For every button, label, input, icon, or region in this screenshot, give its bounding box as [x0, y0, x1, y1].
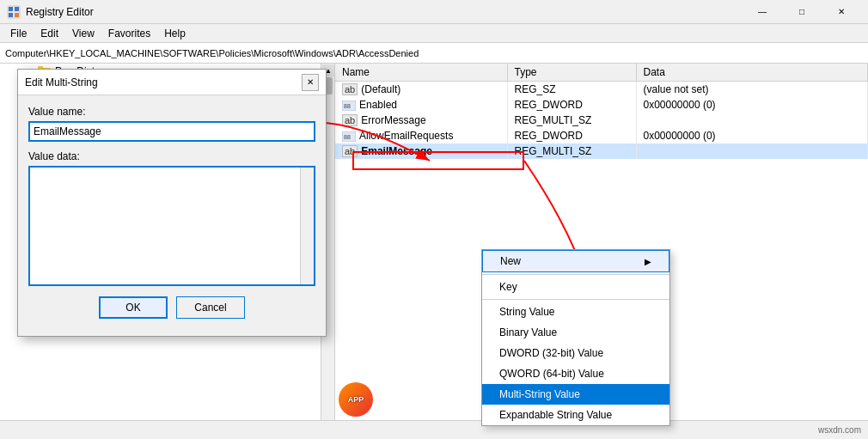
svg-text:88: 88	[344, 103, 351, 109]
close-button[interactable]: ✕	[822, 0, 861, 24]
maximize-button[interactable]: □	[782, 0, 822, 24]
context-dword-label: DWORD (32-bit) Value	[499, 347, 603, 359]
window-controls: — □ ✕	[743, 0, 861, 24]
context-item-binary[interactable]: Binary Value	[482, 322, 669, 343]
address-path: Computer\HKEY_LOCAL_MACHINE\SOFTWARE\Pol…	[5, 48, 419, 58]
value-name-input[interactable]	[28, 121, 315, 142]
svg-text:88: 88	[344, 134, 351, 140]
context-menu-new[interactable]: New ▶	[482, 250, 669, 272]
value-data-input[interactable]	[30, 168, 300, 284]
row-data-emailmessage	[636, 143, 868, 159]
context-item-key[interactable]: Key	[482, 277, 669, 297]
row-type: REG_DWORD	[507, 97, 636, 113]
menu-bar: File Edit View Favorites Help	[0, 24, 868, 43]
value-name-label: Value name:	[28, 106, 315, 118]
context-binary-label: Binary Value	[499, 326, 557, 338]
ok-button[interactable]: OK	[99, 296, 168, 319]
table-row[interactable]: 88 AllowEmailRequests REG_DWORD 0x000000…	[335, 128, 868, 143]
svg-rect-4	[15, 13, 19, 17]
context-menu[interactable]: New ▶ Key String Value Binary Value DWOR…	[481, 249, 670, 426]
status-bar: wsxdn.com	[0, 420, 868, 439]
row-type-emailmessage: REG_MULTI_SZ	[507, 143, 636, 159]
edit-multistring-dialog[interactable]: Edit Multi-String ✕ Value name: Value da…	[17, 69, 327, 337]
context-item-qword[interactable]: QWORD (64-bit) Value	[482, 363, 669, 384]
app-icon	[7, 5, 21, 19]
row-data: (value not set)	[636, 82, 868, 98]
context-multistring-label: Multi-String Value	[499, 388, 580, 400]
context-item-string[interactable]: String Value	[482, 302, 669, 322]
context-key-label: Key	[499, 281, 517, 293]
submenu-arrow: ▶	[645, 257, 651, 266]
registry-table: Name Type Data ab(Default) REG_SZ (value…	[335, 64, 868, 159]
watermark-logo: APP	[339, 382, 373, 417]
row-data: 0x00000000 (0)	[636, 97, 868, 113]
context-qword-label: QWORD (64-bit) Value	[499, 368, 604, 380]
col-header-data: Data	[636, 64, 868, 82]
minimize-button[interactable]: —	[743, 0, 782, 24]
table-row[interactable]: 88 Enabled REG_DWORD 0x00000000 (0)	[335, 97, 868, 113]
row-name: ab(Default)	[335, 82, 507, 98]
menu-file[interactable]: File	[3, 26, 34, 41]
dialog-close-button[interactable]: ✕	[302, 74, 319, 91]
context-string-label: String Value	[499, 306, 554, 318]
menu-view[interactable]: View	[65, 26, 101, 41]
menu-favorites[interactable]: Favorites	[101, 26, 157, 41]
dialog-body: Value name: Value data: OK Cancel	[18, 95, 326, 336]
watermark: APP	[335, 379, 376, 420]
context-menu-separator2	[482, 299, 669, 300]
context-menu-separator	[482, 274, 669, 275]
row-name-emailmessage: abEmailMessage	[335, 143, 507, 159]
dialog-title: Edit Multi-String	[25, 76, 302, 88]
table-row[interactable]: abErrorMessage REG_MULTI_SZ	[335, 113, 868, 128]
table-row-emailmessage[interactable]: abEmailMessage REG_MULTI_SZ	[335, 143, 868, 159]
col-header-name: Name	[335, 64, 507, 82]
row-type: REG_DWORD	[507, 128, 636, 143]
col-header-type: Type	[507, 64, 636, 82]
wsxdn-label: wsxdn.com	[818, 425, 861, 435]
context-new-label: New	[500, 255, 521, 267]
svg-rect-1	[9, 7, 13, 11]
textarea-scrollbar[interactable]	[300, 168, 314, 284]
row-data: 0x00000000 (0)	[636, 128, 868, 143]
dialog-titlebar: Edit Multi-String ✕	[18, 70, 326, 95]
svg-rect-2	[15, 7, 19, 11]
row-data	[636, 113, 868, 128]
window-title: Registry Editor	[26, 6, 743, 18]
row-name: abErrorMessage	[335, 113, 507, 128]
table-row[interactable]: ab(Default) REG_SZ (value not set)	[335, 82, 868, 98]
cancel-button[interactable]: Cancel	[176, 296, 245, 319]
row-name: 88 AllowEmailRequests	[335, 128, 507, 143]
address-bar: Computer\HKEY_LOCAL_MACHINE\SOFTWARE\Pol…	[0, 43, 868, 64]
value-data-label: Value data:	[28, 150, 315, 162]
row-type: REG_SZ	[507, 82, 636, 98]
dialog-buttons: OK Cancel	[28, 296, 315, 326]
context-item-expandable[interactable]: Expandable String Value	[482, 405, 669, 425]
svg-rect-3	[9, 13, 13, 17]
context-item-dword[interactable]: DWORD (32-bit) Value	[482, 343, 669, 363]
row-type: REG_MULTI_SZ	[507, 113, 636, 128]
menu-help[interactable]: Help	[157, 26, 193, 41]
title-bar: Registry Editor — □ ✕	[0, 0, 868, 24]
menu-edit[interactable]: Edit	[34, 26, 65, 41]
context-expandable-label: Expandable String Value	[499, 409, 612, 421]
row-name: 88 Enabled	[335, 97, 507, 113]
context-item-multistring[interactable]: Multi-String Value	[482, 384, 669, 405]
value-data-wrapper	[28, 166, 315, 286]
